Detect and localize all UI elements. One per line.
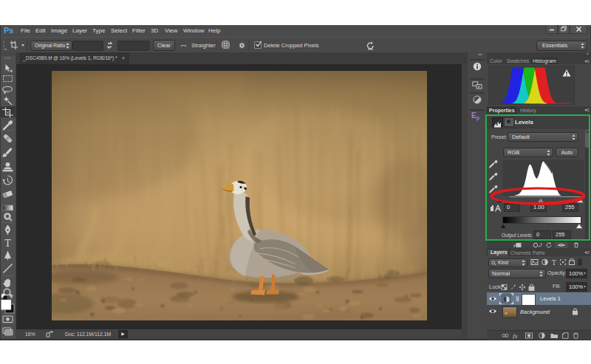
- svg-text:T: T: [552, 258, 556, 266]
- svg-text:fx: fx: [513, 332, 518, 339]
- svg-text:T: T: [4, 238, 11, 249]
